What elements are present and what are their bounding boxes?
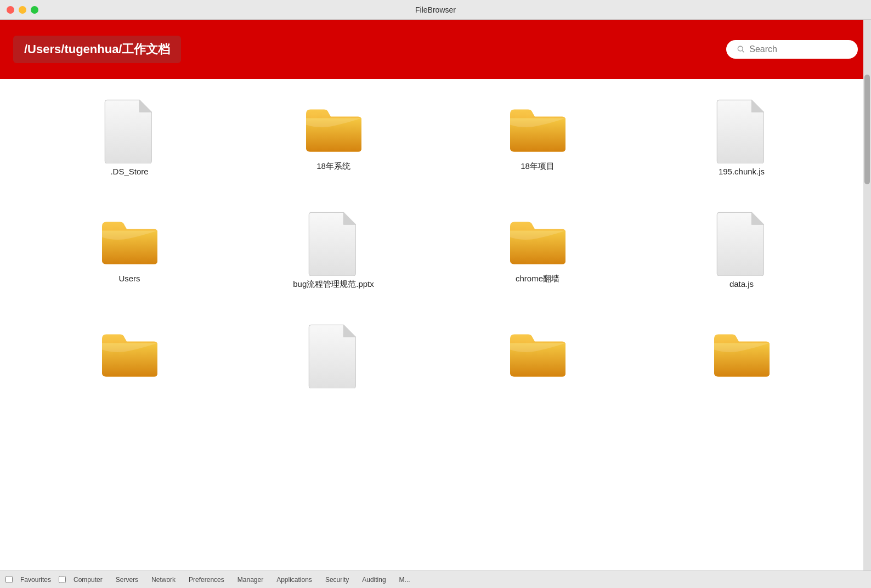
tab-network[interactable]: Network: [146, 575, 181, 585]
tab-checkbox[interactable]: [5, 576, 13, 583]
search-icon: [737, 45, 745, 54]
svg-point-0: [738, 46, 743, 51]
file-item[interactable]: 18年系统: [237, 92, 430, 183]
file-name: 18年项目: [521, 160, 555, 172]
scrollbar-track[interactable]: [863, 20, 871, 570]
tab-favourites[interactable]: Favourites: [15, 575, 56, 585]
tab-applications[interactable]: Applications: [271, 575, 318, 585]
window-controls: [7, 6, 38, 14]
search-box[interactable]: [726, 40, 858, 59]
file-item[interactable]: bug流程管理规范.pptx: [237, 205, 430, 295]
folder-icon: [507, 210, 568, 273]
file-item[interactable]: 18年项目: [441, 92, 634, 183]
file-item[interactable]: [645, 317, 838, 396]
tab-security[interactable]: Security: [320, 575, 354, 585]
tab-servers[interactable]: Servers: [110, 575, 144, 585]
bottom-bar: FavouritesComputerServersNetworkPreferen…: [0, 570, 871, 588]
path-display[interactable]: /Users/tugenhua/工作文档: [13, 36, 181, 63]
file-name: 195.chunk.js: [719, 166, 765, 177]
folder-icon: [507, 98, 568, 160]
tab-computer[interactable]: Computer: [68, 575, 108, 585]
close-button[interactable]: [7, 6, 14, 14]
folder-icon: [99, 210, 160, 273]
tab-preferences[interactable]: Preferences: [183, 575, 230, 585]
tab-checkbox[interactable]: [59, 576, 66, 583]
file-name: Users: [118, 273, 140, 284]
header: /Users/tugenhua/工作文档: [0, 20, 871, 79]
file-item[interactable]: [237, 317, 430, 396]
file-item[interactable]: [33, 317, 226, 396]
title-bar: FileBrowser: [0, 0, 871, 20]
document-icon: [306, 323, 361, 391]
file-name: 18年系统: [316, 160, 350, 172]
maximize-button[interactable]: [31, 6, 38, 14]
folder-icon: [507, 323, 568, 385]
tab-auditing[interactable]: Auditing: [357, 575, 391, 585]
svg-line-1: [742, 50, 744, 52]
file-name: .DS_Store: [110, 166, 148, 177]
main-content: .DS_Store 18年系统: [0, 79, 871, 570]
file-item[interactable]: data.js: [645, 205, 838, 295]
minimize-button[interactable]: [19, 6, 26, 14]
folder-icon: [99, 323, 160, 385]
file-name: bug流程管理规范.pptx: [293, 278, 374, 290]
document-icon: [306, 210, 361, 278]
document-icon: [714, 210, 769, 278]
file-item[interactable]: chrome翻墙: [441, 205, 634, 295]
window-title: FileBrowser: [415, 5, 456, 14]
document-icon: [714, 98, 769, 166]
file-grid: .DS_Store 18年系统: [33, 92, 838, 396]
file-item[interactable]: .DS_Store: [33, 92, 226, 183]
file-item[interactable]: 195.chunk.js: [645, 92, 838, 183]
folder-icon: [711, 323, 772, 385]
document-icon: [102, 98, 157, 166]
file-item[interactable]: Users: [33, 205, 226, 295]
file-item[interactable]: [441, 317, 634, 396]
file-name: data.js: [729, 278, 754, 290]
tab-m[interactable]: M...: [394, 575, 416, 585]
folder-icon: [303, 98, 364, 160]
search-input[interactable]: [749, 44, 847, 54]
scrollbar-thumb[interactable]: [864, 75, 870, 184]
file-name: chrome翻墙: [516, 273, 559, 284]
tab-manager[interactable]: Manager: [232, 575, 269, 585]
